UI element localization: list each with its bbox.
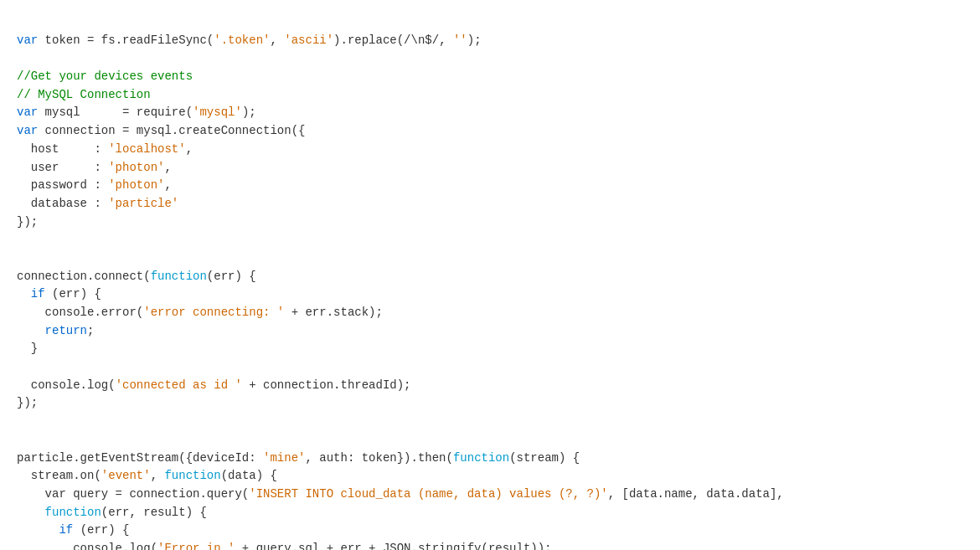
code-container: var token = fs.readFileSync('.token', 'a…	[17, 13, 963, 550]
code-line-1: var token = fs.readFileSync('.token', 'a…	[17, 33, 482, 47]
code-line-15: if (err) {	[17, 287, 101, 301]
code-line-29: console.log('Error in ' + query.sql + er…	[17, 542, 552, 550]
code-line-blank3	[17, 433, 23, 446]
code-line-blank1	[17, 251, 23, 265]
code-line-14: connection.connect(function(err) {	[17, 270, 256, 283]
code-line-4: // MySQL Connection	[17, 88, 151, 101]
code-line-5: var mysql = require('mysql');	[17, 105, 256, 119]
code-line-blank2	[17, 360, 23, 373]
code-line-24: particle.getEventStream({deviceId: 'mine…	[17, 451, 580, 465]
code-line-27: function(err, result) {	[17, 506, 207, 519]
code-line-21: });	[17, 396, 38, 409]
code-line-3: //Get your devices events	[17, 69, 193, 83]
code-line-25: stream.on('event', function(data) {	[17, 469, 277, 482]
code-line-10: database : 'particle'	[17, 197, 178, 210]
code-line-26: var query = connection.query('INSERT INT…	[17, 487, 784, 501]
code-line-6: var connection = mysql.createConnection(…	[17, 124, 305, 137]
code-line-7: host : 'localhost',	[17, 142, 193, 156]
code-line-8: user : 'photon',	[17, 161, 172, 174]
code-line-28: if (err) {	[17, 523, 129, 537]
code-line-16: console.error('error connecting: ' + err…	[17, 306, 383, 319]
code-line-17: return;	[17, 324, 94, 337]
code-line-18: }	[17, 342, 38, 355]
code-line-9: password : 'photon',	[17, 178, 172, 192]
code-line-11: });	[17, 215, 38, 229]
code-line-20: console.log('connected as id ' + connect…	[17, 378, 411, 392]
